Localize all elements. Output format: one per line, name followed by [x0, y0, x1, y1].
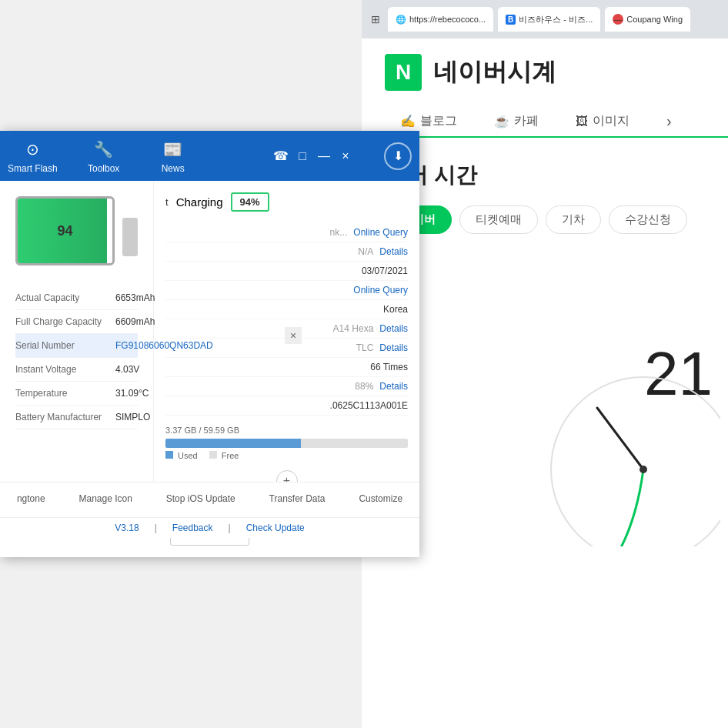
app-ctrl-square[interactable]: □: [295, 149, 310, 163]
charge-value-8[interactable]: Details: [379, 381, 408, 392]
version-number: V3.18: [115, 523, 139, 533]
actual-capacity-row: Actual Capacity 6653mAh: [15, 286, 138, 310]
check-update-link[interactable]: Check Update: [246, 523, 305, 533]
bottom-manage-icon[interactable]: Manage Icon: [72, 490, 138, 507]
storage-used-legend: Used: [165, 451, 198, 460]
charge-value-3[interactable]: Online Query: [353, 285, 408, 296]
charge-detail-1: N/A Details: [165, 242, 408, 262]
app-ctrl-close[interactable]: ×: [338, 149, 353, 163]
actual-capacity-value: 6653mAh: [115, 292, 155, 303]
browser-tab-1[interactable]: B 비즈하우스 - 비즈...: [498, 7, 600, 32]
instant-voltage-label: Instant Voltage: [15, 364, 115, 375]
toolbox-icon: 🔧: [93, 139, 115, 160]
full-charge-label: Full Charge Capacity: [15, 316, 115, 327]
news-nav-btn[interactable]: 📰 News: [150, 139, 196, 174]
storage-used-bar: [165, 439, 301, 448]
storage-free-legend: Free: [209, 451, 239, 460]
naver-nav: ✍블로그 ☕카페 🖼이미지 ›: [385, 106, 705, 136]
storage-section: 3.37 GB / 59.59 GB Used Free: [165, 416, 408, 466]
naver-tag-train[interactable]: 기차: [546, 205, 601, 234]
charge-label-1: N/A: [358, 246, 373, 257]
tab-grid-icon[interactable]: ⊞: [368, 12, 383, 27]
naver-tags: 네이버 티켓예매 기차 수강신청: [385, 205, 705, 234]
temperature-value: 31.09°C: [115, 388, 149, 399]
charge-value-4: Korea: [383, 304, 408, 315]
bottom-bar: ngtone Manage Icon Stop iOS Update Trans…: [0, 482, 419, 515]
naver-logo-row: N 네이버시계: [385, 54, 705, 91]
tab-label-1: 비즈하우스 - 비즈...: [519, 14, 593, 25]
smart-flash-nav-btn[interactable]: ⊙ Smart Flash: [8, 139, 58, 174]
naver-tag-ticket[interactable]: 티켓예매: [459, 205, 538, 234]
svg-point-0: [551, 377, 720, 546]
naver-nav-cafe[interactable]: ☕카페: [479, 106, 554, 136]
battery-nub: [114, 219, 115, 242]
temperature-label: Temperature: [15, 388, 115, 399]
version-divider-2: |: [229, 523, 231, 533]
version-bar: V3.18 | Feedback | Check Update: [0, 517, 419, 538]
charging-info-table: nk... Online Query N/A Details 03/07/202…: [165, 223, 408, 416]
download-circle-btn[interactable]: ⬇: [384, 142, 412, 170]
feedback-link[interactable]: Feedback: [172, 523, 213, 533]
full-charge-value: 6609mAh: [115, 316, 155, 327]
smart-flash-icon: ⊙: [22, 139, 43, 160]
storage-bar: [165, 439, 408, 448]
charge-label-5: A14 Hexa: [333, 323, 374, 334]
charging-badge: 94%: [231, 192, 269, 212]
bottom-customize[interactable]: Customize: [352, 490, 409, 507]
bottom-transfer[interactable]: Transfer Data: [263, 490, 332, 507]
toolbox-nav-btn[interactable]: 🔧 Toolbox: [81, 139, 127, 174]
storage-legend: Used Free: [165, 451, 408, 460]
app-header: ⊙ Smart Flash 🔧 Toolbox 📰 News ☎ □ — × ⬇: [0, 131, 419, 181]
battery-percent-display: 94: [58, 223, 73, 239]
dialog-close-button[interactable]: ×: [285, 327, 302, 344]
charge-value-9: .0625C1113A001E: [330, 400, 408, 411]
bottom-ringtone[interactable]: ngtone: [11, 490, 52, 507]
instant-voltage-row: Instant Voltage 4.03V: [15, 358, 138, 382]
charge-label-0: nk...: [330, 227, 348, 238]
toolbox-label: Toolbox: [88, 163, 119, 174]
naver-nav-more[interactable]: ›: [651, 106, 687, 136]
browser-tab-0[interactable]: 🌐 https://rebecococо...: [388, 7, 493, 32]
clock-svg: [474, 316, 720, 546]
charge-value-0[interactable]: Online Query: [353, 227, 408, 238]
download-icon: ⬇: [393, 149, 403, 163]
browser-chrome: ⊞ 🌐 https://rebecococо... B 비즈하우스 - 비즈..…: [362, 0, 728, 38]
app-ctrl-minimize[interactable]: —: [316, 149, 332, 163]
smart-flash-label: Smart Flash: [8, 163, 58, 174]
instant-voltage-value: 4.03V: [115, 364, 139, 375]
manufacturer-label: Battery Manufacturer: [15, 412, 115, 422]
charge-label-8: 88%: [355, 381, 373, 392]
battery-info-table: Actual Capacity 6653mAh Full Charge Capa…: [15, 286, 138, 429]
app-ctrl-phone[interactable]: ☎: [273, 149, 289, 163]
naver-tag-class[interactable]: 수강신청: [609, 205, 687, 234]
actual-capacity-label: Actual Capacity: [15, 292, 115, 303]
storage-label-row: 3.37 GB / 59.59 GB: [165, 422, 408, 439]
naver-site-title: 네이버시계: [433, 55, 556, 89]
tab-label-0: https://rebecococо...: [409, 15, 486, 24]
charge-value-1[interactable]: Details: [379, 246, 408, 257]
charging-title-row: t Charging 94%: [165, 192, 408, 212]
charge-detail-8: 88% Details: [165, 377, 408, 396]
charge-value-6[interactable]: Details: [379, 342, 408, 353]
browser-tab-2[interactable]: — Coupang Wing: [605, 7, 690, 32]
charge-detail-2: 03/07/2021: [165, 262, 408, 281]
svg-point-3: [640, 466, 647, 473]
news-label: News: [162, 163, 185, 174]
charge-detail-9: .0625C1113A001E: [165, 396, 408, 416]
smartflash-app-window: ⊙ Smart Flash 🔧 Toolbox 📰 News ☎ □ — × ⬇…: [0, 131, 419, 557]
charge-label-6: TLC: [356, 342, 374, 353]
serial-number-label: Serial Number: [15, 340, 115, 351]
battery-visual: 94: [15, 196, 115, 265]
charge-detail-7: 66 Times: [165, 358, 408, 377]
charge-detail-3: Online Query: [165, 281, 408, 300]
charge-value-5[interactable]: Details: [379, 323, 408, 334]
version-divider-1: |: [155, 523, 157, 533]
battery-left-panel: 94 Actual Capacity 6653mAh Full Charge C…: [0, 181, 154, 507]
naver-nav-image[interactable]: 🖼이미지: [560, 106, 645, 136]
charging-status-text: Charging: [176, 195, 223, 209]
storage-size-label: 3.37 GB / 59.59 GB: [165, 426, 239, 435]
charge-value-2: 03/07/2021: [362, 265, 408, 276]
news-icon: 📰: [162, 139, 184, 160]
bottom-stop-ios[interactable]: Stop iOS Update: [160, 490, 242, 507]
server-time-title: 서버 시간: [385, 161, 705, 190]
